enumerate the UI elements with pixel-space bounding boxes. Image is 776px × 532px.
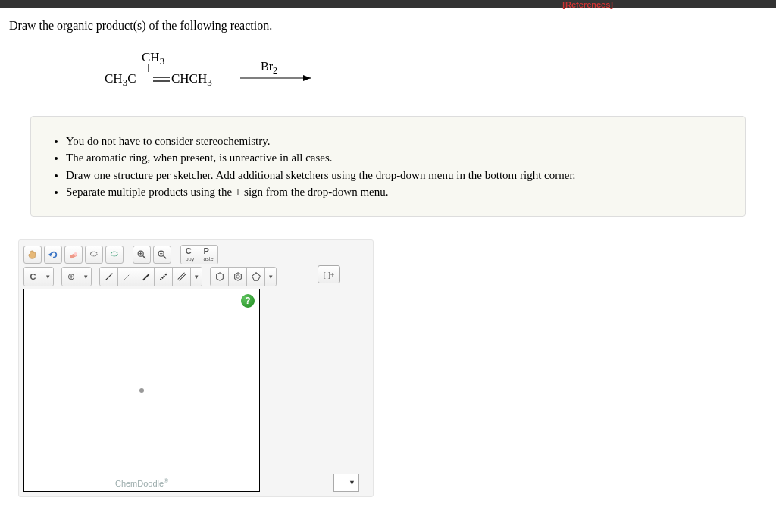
- sketcher-canvas[interactable]: ? ChemDoodle®: [23, 289, 260, 492]
- help-button[interactable]: ?: [241, 294, 255, 308]
- zoom-out-button[interactable]: [153, 246, 171, 264]
- bond-recessed-icon: [122, 271, 133, 282]
- svg-line-13: [143, 256, 146, 259]
- bond-dashed-icon: [158, 271, 169, 282]
- svg-marker-21: [142, 274, 149, 281]
- sketcher-panel: Copy Paste C ▾ ⊕ ▾ ▾: [18, 239, 374, 497]
- hand-tool-button[interactable]: [23, 246, 42, 264]
- top-bar: [References]: [0, 0, 776, 8]
- svg-text:CH3: CH3: [142, 50, 164, 67]
- instructions-panel: You do not have to consider stereochemis…: [30, 116, 746, 217]
- bond-single-icon: [104, 271, 114, 282]
- svg-marker-28: [252, 273, 260, 281]
- hand-icon: [27, 249, 38, 260]
- charge-dropdown[interactable]: ▾: [80, 268, 91, 286]
- svg-marker-25: [216, 273, 223, 281]
- zoom-in-button[interactable]: [133, 246, 151, 264]
- svg-marker-8: [303, 75, 311, 81]
- bond-dashed-button[interactable]: [155, 268, 173, 286]
- ring-dropdown[interactable]: ▾: [265, 268, 276, 286]
- pentagon-icon: [251, 271, 261, 282]
- lasso-icon: [89, 249, 99, 260]
- bond-double-icon: [177, 271, 187, 282]
- reaction-diagram: CH3 CH3C CHCH3 Br2: [100, 48, 767, 93]
- instruction-item: You do not have to consider stereochemis…: [66, 133, 724, 149]
- svg-marker-9: [48, 252, 52, 256]
- svg-line-17: [164, 256, 167, 259]
- hexagon-icon: [214, 271, 225, 282]
- lasso2-button[interactable]: [105, 246, 124, 264]
- svg-point-27: [236, 275, 239, 278]
- zoom-out-icon: [157, 249, 167, 260]
- copy-button[interactable]: Copy: [181, 246, 199, 264]
- undo-icon: [48, 249, 58, 260]
- canvas-center-dot: [139, 388, 144, 393]
- ring-benzene-button[interactable]: [229, 268, 247, 286]
- brand-label: ChemDoodle®: [115, 477, 168, 488]
- svg-text:CHCH3: CHCH3: [171, 71, 212, 88]
- svg-line-19: [105, 274, 112, 280]
- bracket-button[interactable]: [ ]±: [318, 265, 340, 283]
- bond-double-button[interactable]: [173, 268, 191, 286]
- bond-single-button[interactable]: [100, 268, 118, 286]
- eraser-button[interactable]: [64, 246, 83, 264]
- svg-text:CH3C: CH3C: [105, 71, 136, 88]
- benzene-icon: [233, 271, 243, 282]
- svg-line-22: [160, 274, 167, 280]
- element-dropdown[interactable]: ▾: [42, 268, 53, 286]
- question-prompt: Draw the organic product(s) of the follo…: [9, 19, 767, 33]
- instruction-item: The aromatic ring, when present, is unre…: [66, 150, 724, 165]
- element-picker-button[interactable]: C: [24, 268, 42, 286]
- undo-button[interactable]: [44, 246, 62, 264]
- svg-marker-26: [234, 273, 241, 281]
- ring-cyclohexane-button[interactable]: [211, 268, 229, 286]
- references-link[interactable]: [References]: [562, 0, 613, 9]
- charge-button[interactable]: ⊕: [62, 268, 80, 286]
- bond-bold-icon: [140, 271, 151, 282]
- instruction-item: Draw one structure per sketcher. Add add…: [66, 167, 724, 183]
- toolbar-row-1: Copy Paste: [23, 245, 368, 264]
- svg-text:Br2: Br2: [261, 60, 277, 76]
- bond-bold-button[interactable]: [136, 268, 155, 286]
- instruction-item: Separate multiple products using the + s…: [66, 184, 724, 199]
- lasso2-icon: [109, 249, 120, 260]
- svg-line-20: [124, 274, 130, 280]
- eraser-icon: [68, 249, 79, 260]
- toolbar-row-2: C ▾ ⊕ ▾ ▾ ▾: [23, 267, 368, 286]
- paste-button[interactable]: Paste: [199, 246, 217, 264]
- add-sketcher-dropdown[interactable]: ▼: [333, 474, 359, 492]
- zoom-in-icon: [136, 249, 147, 260]
- content-area: Draw the organic product(s) of the follo…: [0, 8, 776, 509]
- bond-recessed-button[interactable]: [118, 268, 136, 286]
- ring-cyclopentane-button[interactable]: [247, 268, 265, 286]
- lasso-button[interactable]: [85, 246, 103, 264]
- bond-dropdown[interactable]: ▾: [191, 268, 202, 286]
